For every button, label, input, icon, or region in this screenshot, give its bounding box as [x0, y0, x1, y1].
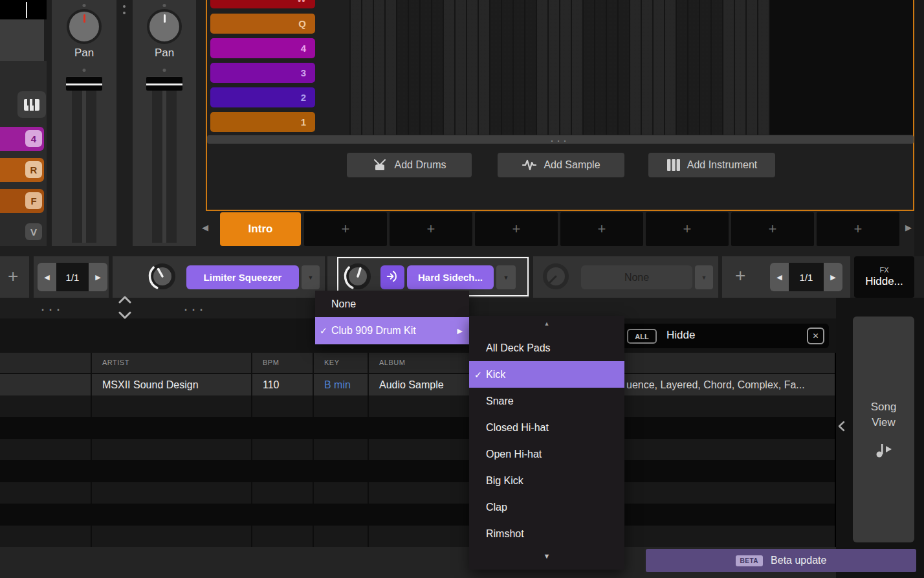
- fx-page2-prev-button[interactable]: ◀: [770, 263, 789, 291]
- add-section-tile[interactable]: +: [560, 212, 643, 246]
- pad-vocal[interactable]: V: [0, 220, 44, 244]
- section-tab-intro[interactable]: Intro: [220, 212, 301, 246]
- col-header-album[interactable]: ALBUM: [369, 353, 470, 373]
- col-header-artist[interactable]: ARTIST: [92, 353, 252, 373]
- fx-sidechain-button[interactable]: [380, 265, 404, 289]
- volume-fader-handle[interactable]: [66, 76, 102, 91]
- fx-page-prev-button[interactable]: ◀: [38, 263, 56, 291]
- beta-update-button[interactable]: BETA Beta update: [646, 549, 916, 572]
- library-empty-row[interactable]: [0, 526, 835, 547]
- submenu-item-closed-hi-hat[interactable]: Closed Hi-hat: [469, 414, 624, 441]
- mixer-channel-1: Pan: [52, 0, 116, 246]
- search-clear-button[interactable]: ✕: [807, 328, 824, 344]
- submenu-item-label: Big Kick: [486, 475, 523, 487]
- track-lane-2[interactable]: 2: [210, 87, 315, 107]
- add-instrument-button[interactable]: Add Instrument: [648, 153, 775, 177]
- col-header-key[interactable]: KEY: [314, 353, 369, 373]
- menu-item-none[interactable]: None: [315, 291, 469, 317]
- submenu-item-big-kick[interactable]: Big Kick: [469, 467, 624, 494]
- track-label: W: [297, 0, 306, 4]
- fx-slot2-preset-button[interactable]: Hard Sidech...: [407, 265, 494, 289]
- submenu-item-label: Kick: [486, 369, 505, 381]
- fx-preset-menu: None ✓ Club 909 Drum Kit ▶: [315, 291, 469, 344]
- submenu-item-rimshot[interactable]: Rimshot: [469, 520, 624, 547]
- library-empty-row[interactable]: [0, 417, 835, 439]
- track-lane-w[interactable]: W: [210, 0, 315, 8]
- fx-add-right-button[interactable]: +: [735, 267, 745, 285]
- panel-handle-dots[interactable]: ···: [40, 306, 63, 312]
- add-section-tile[interactable]: +: [817, 212, 899, 246]
- track-label: 2: [301, 92, 306, 103]
- add-sample-button[interactable]: Add Sample: [498, 153, 624, 177]
- plus-icon: +: [769, 221, 777, 238]
- drag-handle-dots[interactable]: [122, 1, 126, 14]
- library-empty-row[interactable]: [0, 460, 835, 482]
- library-empty-row[interactable]: [0, 439, 835, 460]
- add-section-tile[interactable]: +: [304, 212, 387, 246]
- pad-roll[interactable]: R: [0, 158, 44, 182]
- add-section-tile[interactable]: +: [646, 212, 729, 246]
- pad-badge: V: [25, 223, 42, 240]
- pan-knob[interactable]: [67, 9, 102, 44]
- mixer-channel-2: Pan: [133, 0, 196, 246]
- fader-handle-line: [66, 83, 102, 85]
- knob-center-dot: [163, 4, 166, 7]
- submenu-item-clap[interactable]: Clap: [469, 494, 624, 520]
- pad-fx[interactable]: F: [0, 189, 44, 213]
- submenu-item-open-hi-hat[interactable]: Open Hi-hat: [469, 441, 624, 467]
- track-lane-4[interactable]: 4: [210, 38, 315, 58]
- fx-page2-next-button[interactable]: ▶: [824, 263, 842, 291]
- sections-next-arrow[interactable]: ▶: [905, 223, 912, 232]
- fx-page-next-button[interactable]: ▶: [89, 263, 107, 291]
- fx-hidden-toggle-button[interactable]: FX Hidde...: [854, 256, 914, 298]
- submenu-item-label: All Deck Pads: [486, 342, 551, 354]
- fx-slot3-preset-button[interactable]: None: [581, 265, 692, 289]
- add-drums-button[interactable]: Add Drums: [347, 153, 472, 177]
- sections-prev-arrow[interactable]: ◀: [202, 223, 208, 232]
- scrollbar-dots: ···: [550, 137, 569, 144]
- track-lane-q[interactable]: Q: [210, 14, 315, 34]
- fx-knob-1[interactable]: [148, 261, 177, 291]
- cell-artist: MSXII Sound Design: [92, 374, 252, 395]
- submenu-item-label: Rimshot: [486, 528, 524, 540]
- fx-knob-2[interactable]: [343, 261, 373, 291]
- col-header-title[interactable]: [0, 353, 92, 373]
- col-header-bpm[interactable]: BPM: [252, 353, 314, 373]
- library-empty-row[interactable]: [0, 395, 835, 417]
- volume-fader-handle[interactable]: [146, 76, 182, 91]
- fx-slot2-dropdown-button[interactable]: ▼: [496, 265, 516, 289]
- library-empty-row[interactable]: [0, 482, 835, 504]
- fx-knob-3[interactable]: [541, 261, 571, 291]
- submenu-item-all-deck-pads[interactable]: All Deck Pads: [469, 335, 624, 361]
- search-filter-badge[interactable]: ALL: [627, 329, 657, 344]
- pan-knob[interactable]: [147, 9, 182, 44]
- add-section-tile[interactable]: +: [475, 212, 558, 246]
- collapse-chevron-icon[interactable]: [838, 421, 845, 432]
- chevron-down-icon[interactable]: [118, 311, 131, 320]
- panel-handle-dots[interactable]: ···: [183, 306, 206, 312]
- beta-update-label: Beta update: [771, 555, 826, 566]
- fx-slot1-dropdown-button[interactable]: ▼: [302, 265, 320, 289]
- scroll-up-icon[interactable]: ▲: [469, 316, 624, 335]
- add-section-tile[interactable]: +: [390, 212, 472, 246]
- fx-slot3-dropdown-button[interactable]: ▼: [695, 265, 713, 289]
- search-input[interactable]: Hidde: [666, 329, 695, 342]
- library-empty-row[interactable]: [0, 504, 835, 526]
- scroll-down-icon[interactable]: ▼: [469, 547, 624, 560]
- fx-slot1-preset-button[interactable]: Limiter Squeezer: [186, 265, 299, 289]
- track-lane-3[interactable]: 3: [210, 63, 315, 83]
- pad-loop-4[interactable]: 4: [0, 127, 44, 151]
- submenu-item-snare[interactable]: Snare: [469, 388, 624, 414]
- track-lane-1[interactable]: 1: [210, 112, 315, 132]
- add-section-tile[interactable]: +: [731, 212, 814, 246]
- pan-label: Pan: [52, 47, 116, 60]
- fx-add-left-button[interactable]: +: [8, 267, 18, 285]
- song-view-button[interactable]: Song View: [853, 317, 914, 542]
- keyboard-toggle-button[interactable]: [17, 91, 46, 118]
- pad-badge: R: [25, 161, 42, 178]
- submenu-item-kick[interactable]: ✓ Kick: [469, 361, 624, 388]
- chevron-up-icon[interactable]: [118, 295, 131, 304]
- menu-item-club-909[interactable]: ✓ Club 909 Drum Kit ▶: [315, 317, 469, 344]
- drum-target-submenu: ▲ All Deck Pads ✓ Kick Snare Closed Hi-h…: [469, 316, 624, 570]
- library-search-bar[interactable]: ALL Hidde ✕: [613, 324, 829, 348]
